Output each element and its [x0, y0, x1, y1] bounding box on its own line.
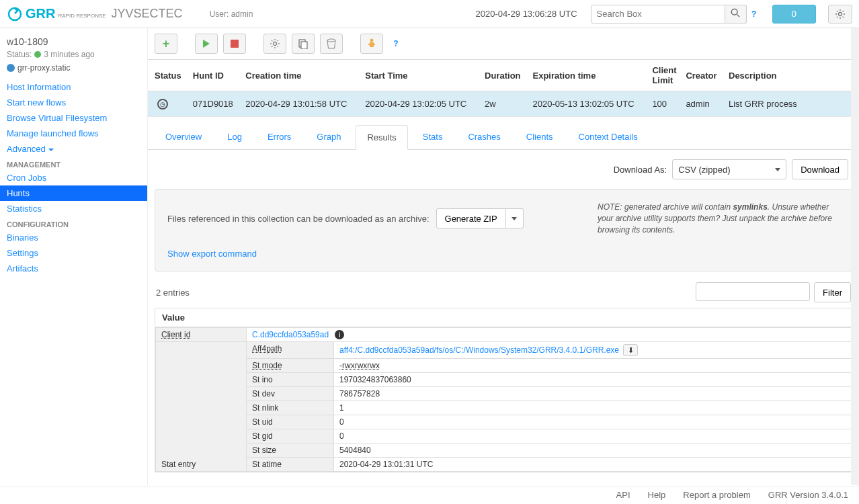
hunt-row[interactable]: ◷ 071D9018 2020-04-29 13:01:58 UTC 2020-… [148, 91, 859, 117]
start-hunt-button[interactable] [195, 34, 218, 54]
cell-duration: 2w [481, 91, 528, 117]
svg-marker-4 [203, 40, 210, 48]
svg-rect-11 [370, 42, 374, 47]
caret-down-icon [512, 217, 517, 220]
nav-artifacts[interactable]: Artifacts [0, 261, 147, 276]
archive-note: NOTE: generated archive will contain sym… [598, 202, 840, 235]
nav-hunts[interactable]: Hunts [0, 185, 147, 201]
val-st-atime: 2020-04-29 13:01:31 UTC [334, 458, 852, 472]
settings-button[interactable] [828, 5, 852, 24]
robot-button[interactable] [360, 34, 383, 54]
help-icon[interactable]: ? [749, 9, 759, 19]
filter-button[interactable]: Filter [814, 282, 851, 302]
stop-hunt-button[interactable] [223, 34, 246, 54]
nav-browse-vfs[interactable]: Browse Virtual Filesystem [0, 110, 147, 126]
filter-wrap: Filter [696, 282, 851, 302]
copy-icon [298, 38, 309, 49]
robot-icon [368, 38, 376, 49]
footer-help[interactable]: Help [648, 490, 666, 500]
download-icon[interactable]: ⬇ [623, 344, 638, 356]
tab-context[interactable]: Context Details [568, 125, 649, 149]
cell-limit: 100 [648, 91, 682, 117]
download-button[interactable]: Download [792, 159, 848, 179]
col-start[interactable]: Start Time [361, 60, 481, 91]
download-bar: Download As: CSV (zipped) Download [148, 150, 859, 189]
col-creation[interactable]: Creation time [241, 60, 361, 91]
tab-crashes[interactable]: Crashes [457, 125, 511, 149]
cell-hunt-id: 071D9018 [189, 91, 242, 117]
nav-header-configuration: CONFIGURATION [0, 216, 147, 230]
tab-clients[interactable]: Clients [516, 125, 564, 149]
download-format-select[interactable]: CSV (zipped) [672, 159, 786, 179]
nav-cron-jobs[interactable]: Cron Jobs [0, 170, 147, 185]
label-aff4path: Aff4path [247, 342, 334, 359]
nav-advanced[interactable]: Advanced [0, 141, 147, 157]
tab-log[interactable]: Log [216, 125, 253, 149]
server-time: 2020-04-29 13:06:28 UTC [476, 9, 577, 19]
svg-point-9 [327, 39, 335, 42]
delete-hunt-button[interactable] [320, 34, 343, 54]
nav-binaries[interactable]: Binaries [0, 230, 147, 245]
label-st-atime: St atime [247, 458, 334, 472]
generate-zip-dropdown[interactable] [506, 208, 524, 228]
generate-zip-group: Generate ZIP [436, 208, 524, 228]
client-ip: grr-proxy.static [7, 63, 140, 73]
nav-settings[interactable]: Settings [0, 245, 147, 261]
show-export-command[interactable]: Show export command [167, 249, 840, 259]
add-hunt-button[interactable]: + [155, 34, 177, 54]
col-duration[interactable]: Duration [481, 60, 528, 91]
nav-start-new-flows[interactable]: Start new flows [0, 95, 147, 110]
col-creator[interactable]: Creator [682, 60, 725, 91]
nav-host-information[interactable]: Host Information [0, 79, 147, 95]
help-icon[interactable]: ? [391, 39, 401, 48]
client-name: w10-1809 [7, 36, 140, 47]
result-detail: Client id C.dd9ccfda053a59ad i Stat entr… [155, 327, 852, 472]
col-limit[interactable]: Client Limit [648, 60, 682, 91]
notifications-button[interactable]: 0 [772, 5, 816, 24]
svg-rect-8 [301, 42, 307, 49]
container: w10-1809 Status: 3 minutes ago grr-proxy… [0, 28, 859, 485]
toolbar: + ? [148, 28, 859, 59]
tab-errors[interactable]: Errors [257, 125, 302, 149]
tab-graph[interactable]: Graph [306, 125, 352, 149]
tab-overview[interactable]: Overview [155, 125, 212, 149]
nav-statistics[interactable]: Statistics [0, 201, 147, 216]
tab-results[interactable]: Results [356, 125, 407, 150]
label-st-mode: St mode [247, 359, 334, 373]
label-st-ino: St ino [247, 373, 334, 387]
val-st-mode: -rwxrwxrwx [334, 359, 852, 373]
svg-point-1 [731, 9, 737, 15]
tab-stats[interactable]: Stats [412, 125, 454, 149]
modify-hunt-button[interactable] [263, 34, 286, 54]
footer-api[interactable]: API [616, 490, 630, 500]
footer-report[interactable]: Report a problem [683, 490, 750, 500]
aff4path-link[interactable]: aff4:/C.dd9ccfda053a59ad/fs/os/C:/Window… [339, 345, 619, 355]
svg-line-2 [737, 15, 740, 17]
col-description[interactable]: Description [725, 60, 859, 91]
svg-point-3 [839, 12, 842, 15]
info-icon[interactable]: i [335, 330, 344, 339]
filter-input[interactable] [696, 282, 810, 301]
col-status[interactable]: Status [148, 60, 189, 91]
search-button[interactable] [725, 5, 747, 24]
header: GRR RAPID RESPONSE JYVSECTEC User: admin… [0, 0, 859, 28]
copy-hunt-button[interactable] [292, 34, 315, 54]
val-st-gid: 0 [334, 429, 852, 444]
val-st-size: 5404840 [334, 444, 852, 458]
nav-manage-flows[interactable]: Manage launched flows [0, 126, 147, 141]
scrollbar[interactable] [851, 28, 859, 485]
label-stat-entry: Stat entry [156, 342, 247, 472]
logo[interactable]: GRR [7, 6, 55, 22]
gear-icon [835, 9, 846, 19]
client-id-link[interactable]: C.dd9ccfda053a59ad [252, 330, 329, 339]
label-st-uid: St uid [247, 415, 334, 429]
logo-icon [7, 6, 23, 22]
col-hunt-id[interactable]: Hunt ID [189, 60, 242, 91]
generate-zip-button[interactable]: Generate ZIP [436, 208, 506, 228]
user-label: User: admin [210, 9, 253, 19]
cell-creator: admin [682, 91, 725, 117]
splitter[interactable] [148, 117, 859, 121]
value-header: Value [155, 308, 852, 327]
search-input[interactable] [591, 5, 725, 24]
col-expiration[interactable]: Expiration time [529, 60, 649, 91]
